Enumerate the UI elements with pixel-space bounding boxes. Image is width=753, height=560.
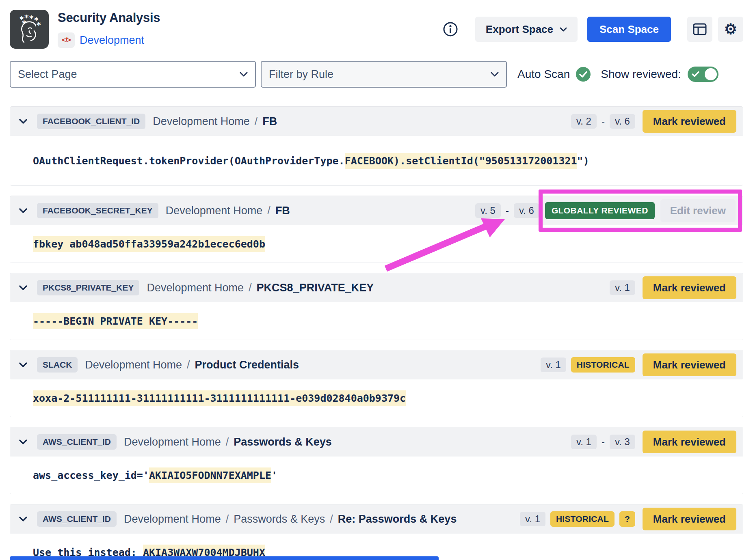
breadcrumb-separator: / xyxy=(226,436,229,448)
mark-reviewed-button[interactable]: Mark reviewed xyxy=(643,276,736,299)
select-page-dropdown[interactable]: Select Page xyxy=(10,61,256,88)
mark-reviewed-button[interactable]: Mark reviewed xyxy=(643,353,736,376)
finding-actions: v. 1HISTORICALMark reviewed xyxy=(541,353,736,376)
info-icon[interactable] xyxy=(443,22,458,37)
finding-header: AWS_CLIENT_IDDevelopment Home/Passwords … xyxy=(10,427,743,457)
scan-space-button[interactable]: Scan Space xyxy=(587,17,671,42)
breadcrumb-item: FB xyxy=(262,115,277,128)
svg-text:*: * xyxy=(37,20,41,30)
page-title: Security Analysis xyxy=(58,11,160,25)
highlighted-secret: -----BEGIN PRIVATE KEY----- xyxy=(33,313,198,329)
export-space-button[interactable]: Export Space xyxy=(475,17,578,42)
question-badge[interactable]: ? xyxy=(619,511,635,527)
collapse-chevron-icon[interactable] xyxy=(19,285,35,290)
collapse-chevron-icon[interactable] xyxy=(19,517,35,521)
show-reviewed-toggle[interactable] xyxy=(688,67,718,82)
svg-text:*: * xyxy=(29,15,34,23)
version-badge: v. 6 xyxy=(514,203,539,218)
rule-name-badge: FACEBOOK_CLIENT_ID xyxy=(37,114,145,129)
version-badge: v. 2 xyxy=(571,114,597,129)
collapse-chevron-icon[interactable] xyxy=(19,119,35,124)
select-page-placeholder: Select Page xyxy=(18,68,77,81)
code-snippet: xoxa-2-511111111-31111111111-31111111111… xyxy=(33,392,406,404)
finding-card: AWS_CLIENT_IDDevelopment Home/Passwords … xyxy=(10,504,743,560)
highlighted-secret: fbkey ab048ad50ffa33959a242b1ecec6ed0b xyxy=(33,236,265,252)
collapse-chevron-icon[interactable] xyxy=(19,362,35,367)
settings-button[interactable]: ⚙ xyxy=(718,17,743,42)
breadcrumb-item: Re: Passwords & Keys xyxy=(338,513,457,526)
breadcrumb: Development Home/PKCS8_PRIVATE_KEY xyxy=(147,282,374,294)
show-reviewed-label: Show reviewed: xyxy=(601,68,681,81)
version-badge: v. 1 xyxy=(541,358,566,372)
historical-badge: HISTORICAL xyxy=(571,357,635,373)
findings-list: FACEBOOK_CLIENT_IDDevelopment Home/FBv. … xyxy=(10,106,743,560)
breadcrumb-separator: / xyxy=(187,359,190,371)
breadcrumb: Development Home/FB xyxy=(153,115,277,128)
rule-name-badge: AWS_CLIENT_ID xyxy=(37,434,117,450)
finding-header: FACEBOOK_SECRET_KEYDevelopment Home/FBv.… xyxy=(10,196,743,225)
breadcrumb-item: Passwords & Keys xyxy=(234,436,332,448)
breadcrumb-separator: / xyxy=(226,513,229,526)
breadcrumb-item: FB xyxy=(275,205,290,217)
finding-snippet: -----BEGIN PRIVATE KEY----- xyxy=(10,302,743,340)
finding-card: FACEBOOK_CLIENT_IDDevelopment Home/FBv. … xyxy=(10,106,743,186)
mark-reviewed-button[interactable]: Mark reviewed xyxy=(643,431,736,453)
breadcrumb: Development Home/FB xyxy=(166,205,290,217)
breadcrumb-separator: / xyxy=(267,205,270,217)
finding-actions: v. 1HISTORICAL?Mark reviewed xyxy=(520,508,736,530)
code-snippet: aws_access_key_id='AKIAIO5FODNN7EXAMPLE' xyxy=(33,470,277,481)
app-brand: ** ** ** Security Analysis </> Developme… xyxy=(10,10,160,49)
code-icon: </> xyxy=(58,32,75,48)
reviewed-group: GLOBALLY REVIEWEDEdit review xyxy=(544,199,736,222)
finding-snippet: aws_access_key_id='AKIAIO5FODNN7EXAMPLE' xyxy=(10,457,743,494)
code-text: ' xyxy=(271,470,277,481)
svg-text:*: * xyxy=(22,18,26,28)
finding-header: SLACKDevelopment Home/Product Credential… xyxy=(10,350,743,379)
version-badge: v. 1 xyxy=(610,280,635,295)
breadcrumb-separator: / xyxy=(249,282,252,294)
chevron-down-icon xyxy=(491,72,499,77)
edit-review-button[interactable]: Edit review xyxy=(660,199,736,222)
breadcrumb-item: Development Home xyxy=(124,436,221,448)
finding-header: FACEBOOK_CLIENT_IDDevelopment Home/FBv. … xyxy=(10,107,743,136)
breadcrumb-item: Development Home xyxy=(166,205,263,217)
check-icon xyxy=(692,71,700,78)
finding-header: AWS_CLIENT_IDDevelopment Home/Passwords … xyxy=(10,504,743,534)
breadcrumb-item: Development Home xyxy=(153,115,250,128)
mark-reviewed-button[interactable]: Mark reviewed xyxy=(643,508,736,530)
rule-name-badge: SLACK xyxy=(37,357,78,373)
filter-by-rule-dropdown[interactable]: Filter by Rule xyxy=(261,61,507,88)
finding-card: AWS_CLIENT_IDDevelopment Home/Passwords … xyxy=(10,427,743,494)
breadcrumb-item: Product Credentials xyxy=(195,359,299,371)
finding-actions: v. 1Mark reviewed xyxy=(610,276,736,299)
collapse-chevron-icon[interactable] xyxy=(19,208,35,213)
layout-panel-button[interactable] xyxy=(687,17,712,42)
version-badge: v. 1 xyxy=(520,512,545,526)
finding-card: FACEBOOK_SECRET_KEYDevelopment Home/FBv.… xyxy=(10,196,743,263)
finding-actions: v. 1-v. 3Mark reviewed xyxy=(571,431,736,453)
collapse-chevron-icon[interactable] xyxy=(19,439,35,444)
rule-name-badge: PKCS8_PRIVATE_KEY xyxy=(37,280,139,295)
version-badge: v. 6 xyxy=(610,114,635,129)
rule-name-badge: FACEBOOK_SECRET_KEY xyxy=(37,203,158,218)
code-snippet: fbkey ab048ad50ffa33959a242b1ecec6ed0b xyxy=(33,238,265,250)
gear-icon: ⚙ xyxy=(724,22,737,37)
version-badge: v. 5 xyxy=(475,203,501,218)
version-badge: v. 1 xyxy=(571,435,597,449)
breadcrumb-item: Passwords & Keys xyxy=(234,513,325,526)
layout-panel-icon xyxy=(693,23,707,35)
top-bar: ** ** ** Security Analysis </> Developme… xyxy=(10,10,743,49)
highlighted-secret: FACEBOOK).setClientId("950513172001321 xyxy=(345,153,577,169)
face-with-stars-logo: ** ** ** xyxy=(15,15,44,44)
auto-scan-check-icon[interactable] xyxy=(576,67,591,82)
breadcrumb-item: Development Home xyxy=(85,359,182,371)
mark-reviewed-button[interactable]: Mark reviewed xyxy=(643,110,736,133)
code-snippet: OAuthClientRequest.tokenProvider(OAuthPr… xyxy=(33,155,589,167)
space-link[interactable]: Development xyxy=(80,34,144,47)
globally-reviewed-badge: GLOBALLY REVIEWED xyxy=(545,202,655,219)
filter-row: Select Page Filter by Rule Auto Scan Sho… xyxy=(10,61,743,88)
breadcrumb-separator: / xyxy=(330,513,333,526)
breadcrumb: Development Home/Passwords & Keys xyxy=(124,436,332,448)
code-text: ") xyxy=(577,155,589,167)
historical-badge: HISTORICAL xyxy=(550,511,615,527)
